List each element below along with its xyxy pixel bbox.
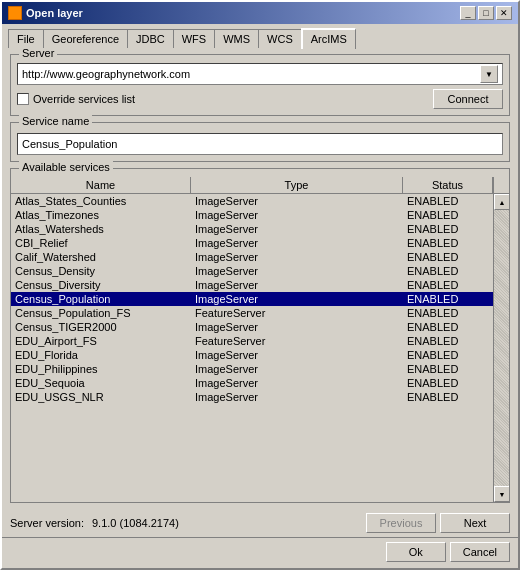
table-row[interactable]: Calif_WatershedImageServerENABLED <box>11 250 493 264</box>
column-header-name: Name <box>11 177 191 193</box>
column-header-type: Type <box>191 177 403 193</box>
window-title: Open layer <box>26 7 83 19</box>
table-row[interactable]: Census_DensityImageServerENABLED <box>11 264 493 278</box>
footer-bar: Ok Cancel <box>2 537 518 568</box>
table-row[interactable]: Atlas_States_CountiesImageServerENABLED <box>11 194 493 208</box>
bottom-bar: Server version: 9.1.0 (1084.2174) Previo… <box>2 509 518 537</box>
window-icon <box>8 6 22 20</box>
scroll-up-button[interactable]: ▲ <box>494 194 509 210</box>
table-row[interactable]: EDU_SequoiaImageServerENABLED <box>11 376 493 390</box>
title-buttons: _ □ ✕ <box>460 6 512 20</box>
table-row[interactable]: EDU_FloridaImageServerENABLED <box>11 348 493 362</box>
server-url-dropdown-arrow[interactable]: ▼ <box>480 65 498 83</box>
service-name-label: Service name <box>19 115 92 127</box>
tabs-row: File Georeference JDBC WFS WMS WCS ArcIM… <box>2 24 518 48</box>
server-group-label: Server <box>19 48 57 59</box>
previous-button[interactable]: Previous <box>366 513 436 533</box>
next-button[interactable]: Next <box>440 513 510 533</box>
server-group: Server http://www.geographynetwork.com ▼… <box>10 54 510 116</box>
connect-button[interactable]: Connect <box>433 89 503 109</box>
table-row[interactable]: Census_Population_FSFeatureServerENABLED <box>11 306 493 320</box>
server-url-select[interactable]: http://www.geographynetwork.com ▼ <box>17 63 503 85</box>
close-button[interactable]: ✕ <box>496 6 512 20</box>
table-row[interactable]: EDU_USGS_NLRImageServerENABLED <box>11 390 493 404</box>
tab-content: Server http://www.geographynetwork.com ▼… <box>2 48 518 509</box>
scrollbar-track[interactable] <box>494 210 509 486</box>
service-name-input[interactable] <box>17 133 503 155</box>
tab-wfs[interactable]: WFS <box>173 29 215 48</box>
services-table-body: Atlas_States_CountiesImageServerENABLEDA… <box>11 194 493 502</box>
override-services-checkbox-label[interactable]: Override services list <box>17 93 135 105</box>
nav-buttons: Previous Next <box>366 513 510 533</box>
tab-georeference[interactable]: Georeference <box>43 29 128 48</box>
server-version: Server version: 9.1.0 (1084.2174) <box>10 517 179 529</box>
scrollbar[interactable]: ▲ ▼ <box>493 194 509 502</box>
table-header: Name Type Status <box>11 177 509 194</box>
service-name-group: Service name <box>10 122 510 162</box>
server-version-value: 9.1.0 (1084.2174) <box>92 517 179 529</box>
table-row[interactable]: Census_TIGER2000ImageServerENABLED <box>11 320 493 334</box>
tab-jdbc[interactable]: JDBC <box>127 29 174 48</box>
table-row[interactable]: Atlas_WatershedsImageServerENABLED <box>11 222 493 236</box>
title-bar: Open layer _ □ ✕ <box>2 2 518 24</box>
tab-file[interactable]: File <box>8 29 44 48</box>
table-row[interactable]: EDU_PhilippinesImageServerENABLED <box>11 362 493 376</box>
ok-button[interactable]: Ok <box>386 542 446 562</box>
cancel-button[interactable]: Cancel <box>450 542 510 562</box>
table-row[interactable]: EDU_Airport_FSFeatureServerENABLED <box>11 334 493 348</box>
column-header-status: Status <box>403 177 493 193</box>
override-services-checkbox[interactable] <box>17 93 29 105</box>
minimize-button[interactable]: _ <box>460 6 476 20</box>
main-window: Open layer _ □ ✕ File Georeference JDBC … <box>0 0 520 570</box>
table-row[interactable]: Atlas_TimezonesImageServerENABLED <box>11 208 493 222</box>
table-row[interactable]: Census_PopulationImageServerENABLED <box>11 292 493 306</box>
available-services-group: Available services Name Type Status Atla… <box>10 168 510 503</box>
maximize-button[interactable]: □ <box>478 6 494 20</box>
server-version-label: Server version: <box>10 517 84 529</box>
tab-wcs[interactable]: WCS <box>258 29 302 48</box>
tab-arcims[interactable]: ArcIMS <box>301 28 356 49</box>
table-row[interactable]: CBI_ReliefImageServerENABLED <box>11 236 493 250</box>
scroll-down-button[interactable]: ▼ <box>494 486 509 502</box>
table-row[interactable]: Census_DiversityImageServerENABLED <box>11 278 493 292</box>
tab-wms[interactable]: WMS <box>214 29 259 48</box>
available-services-label: Available services <box>19 161 113 173</box>
